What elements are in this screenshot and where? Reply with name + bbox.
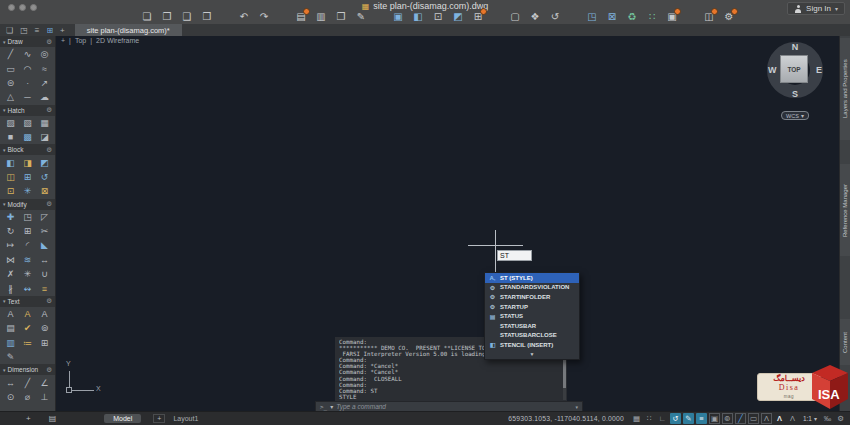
edit-text-icon[interactable]: ✎ — [2, 350, 19, 364]
palette-section-header[interactable]: ▾ Block ⚙ — [0, 144, 55, 155]
grid-view-icon[interactable]: ⊞ — [46, 26, 53, 35]
define-attribute-icon[interactable]: ⊞ — [19, 170, 36, 184]
purge-icon[interactable]: ⊠ — [36, 184, 53, 198]
dynamic-input-field[interactable]: ST — [497, 250, 532, 261]
break-icon[interactable]: ∦ — [2, 281, 19, 295]
annotation-scale-button[interactable]: 1:1 ▾ — [803, 415, 817, 422]
mirror-icon[interactable]: ⋈ — [2, 253, 19, 267]
tab-layers-and-properties[interactable]: Layers and Properties — [840, 38, 850, 140]
units-icon[interactable]: ‰ — [822, 413, 833, 424]
visual-style-label[interactable]: 2D Wireframe — [96, 37, 139, 44]
autocomplete-item-startup[interactable]: ⚙ STARTUP — [485, 302, 579, 312]
annotation-visibility-icon[interactable]: Λ — [774, 413, 785, 424]
redo-icon[interactable]: ↷ — [257, 10, 271, 23]
viewcube[interactable]: N S W E TOP WCS ▾ — [767, 42, 823, 126]
explode-block-icon[interactable]: ✳ — [19, 184, 36, 198]
construction-line-icon[interactable]: ─ — [19, 90, 36, 104]
explode-icon[interactable]: ✳ — [19, 267, 36, 281]
ordinate-dimension-icon[interactable]: ⊥ — [36, 390, 53, 404]
join-icon[interactable]: ∪ — [36, 267, 53, 281]
aligned-dimension-icon[interactable]: ╱ — [19, 375, 36, 389]
arc-icon[interactable]: ◠ — [19, 61, 36, 75]
copy-clipboard-icon[interactable]: ❐ — [334, 10, 348, 23]
viewcube-south[interactable]: S — [792, 89, 798, 99]
gear-icon[interactable]: ⚙ — [46, 200, 52, 208]
settings-gear-icon[interactable]: ⚙ — [835, 413, 846, 424]
new-file-icon[interactable]: ❏ — [140, 10, 154, 23]
quick-properties-icon[interactable]: ▭ — [748, 413, 759, 424]
hatch-icon[interactable]: ▨ — [2, 116, 19, 130]
field-icon[interactable]: ⊞ — [36, 336, 53, 350]
save-file-icon[interactable]: ❑ — [180, 10, 194, 23]
gear-icon[interactable]: ⚙ — [46, 297, 52, 305]
insert-block-icon[interactable]: ▣ — [391, 10, 405, 23]
design-center-icon[interactable]: ⊞ — [471, 10, 485, 23]
erase-icon[interactable]: ✗ — [2, 267, 19, 281]
selection-cycling-icon[interactable]: ⊚ — [722, 413, 733, 424]
annotation-monitor-icon[interactable]: Λ — [761, 413, 772, 424]
insert-block-icon[interactable]: ◧ — [2, 155, 19, 169]
chamfer-icon[interactable]: ◣ — [36, 238, 53, 252]
annotative-text-icon[interactable]: A — [36, 307, 53, 321]
page-setup-icon[interactable]: ✎ — [354, 10, 368, 23]
find-text-icon[interactable]: ⊚ — [36, 321, 53, 335]
drawing-canvas[interactable]: + | Top | 2D Wireframe N S W E TOP WCS ▾… — [56, 36, 840, 412]
zoom-window-icon[interactable]: ▢ — [508, 10, 522, 23]
diameter-dimension-icon[interactable]: ⌀ — [19, 390, 36, 404]
palette-section-header[interactable]: ▾ Dimension ⚙ — [0, 364, 55, 375]
open-file-icon[interactable]: ❐ — [160, 10, 174, 23]
autocomplete-more-arrow[interactable]: ▼ — [485, 350, 579, 359]
stretch-icon[interactable]: ↔ — [36, 253, 53, 267]
sync-attributes-icon[interactable]: ↺ — [36, 170, 53, 184]
layer-properties-icon[interactable]: ◩ — [451, 10, 465, 23]
ellipse-icon[interactable]: ⊜ — [2, 76, 19, 90]
model-tab[interactable]: Model — [104, 414, 141, 423]
create-block-icon[interactable]: ◧ — [411, 10, 425, 23]
chevron-down-icon[interactable]: ▾ — [330, 403, 333, 410]
print-icon[interactable]: ▤ — [294, 10, 308, 23]
viewcube-east[interactable]: E — [816, 65, 822, 75]
autocomplete-item-st-style[interactable]: A, ST (STYLE) — [485, 273, 579, 283]
tool-sets-icon[interactable]: ⚙ — [722, 10, 736, 23]
grid-icon[interactable]: ▦ — [631, 413, 642, 424]
autocomplete-item-statusbar[interactable]: STATUSBAR — [485, 321, 579, 331]
gear-icon[interactable]: ⚙ — [46, 146, 52, 154]
single-line-text-icon[interactable]: A — [2, 307, 19, 321]
palette-section-header[interactable]: ▾ Text ⚙ — [0, 296, 55, 307]
scale-icon[interactable]: ◸ — [36, 210, 53, 224]
attach-reference-icon[interactable]: ⊡ — [431, 10, 445, 23]
multiline-text-icon[interactable]: A — [19, 307, 36, 321]
viewport-icon[interactable]: ❏ — [6, 26, 13, 35]
autocomplete-item-startinfolder[interactable]: ⚙ STARTINFOLDER — [485, 292, 579, 302]
radius-dimension-icon[interactable]: ⊙ — [2, 390, 19, 404]
autocomplete-item-statusbarclose[interactable]: STATUSBARCLOSE — [485, 331, 579, 341]
autocomplete-item-standardsviolation[interactable]: ⚙ STANDARDSVIOLATION — [485, 283, 579, 293]
trim-icon[interactable]: ✂ — [36, 224, 53, 238]
extend-icon[interactable]: ↦ — [2, 238, 19, 252]
rectangle-icon[interactable]: ▭ — [2, 61, 19, 75]
array-icon[interactable]: ⊞ — [19, 224, 36, 238]
solid-fill-icon[interactable]: ■ — [2, 130, 19, 144]
autocomplete-item-status[interactable]: ▤ STATUS — [485, 311, 579, 321]
wcs-button[interactable]: WCS ▾ — [781, 111, 809, 120]
edit-block-icon[interactable]: ◩ — [36, 155, 53, 169]
snap-icon[interactable]: ∷ — [644, 413, 655, 424]
viewcube-top-face[interactable]: TOP — [780, 55, 808, 83]
dynamic-input-icon[interactable]: ≡ — [696, 413, 707, 424]
tab-reference-manager[interactable]: Reference Manager — [840, 164, 850, 256]
revision-cloud-icon[interactable]: ☁ — [36, 90, 53, 104]
active-document-tab[interactable]: site plan-(disamag.com)* — [75, 24, 182, 36]
polygon-icon[interactable]: △ — [2, 90, 19, 104]
autocomplete-item-stencil-insert[interactable]: ◧ STENCIL (INSERT) — [485, 340, 579, 350]
fillet-icon[interactable]: ◜ — [19, 238, 36, 252]
ray-icon[interactable]: ↗ — [36, 76, 53, 90]
text-frame-icon[interactable]: ▤ — [2, 321, 19, 335]
annotation-autoscale-icon[interactable]: Λ — [787, 413, 798, 424]
layout1-tab[interactable]: Layout1 — [173, 415, 198, 422]
pattern-fill-icon[interactable]: ▩ — [19, 130, 36, 144]
circle-icon[interactable]: ◎ — [36, 47, 53, 61]
viewport-controls[interactable]: + | Top | 2D Wireframe — [61, 37, 139, 44]
columns-icon[interactable]: ▥ — [2, 336, 19, 350]
properties-icon[interactable]: ▣ — [665, 10, 679, 23]
copy-icon[interactable]: ◳ — [19, 210, 36, 224]
